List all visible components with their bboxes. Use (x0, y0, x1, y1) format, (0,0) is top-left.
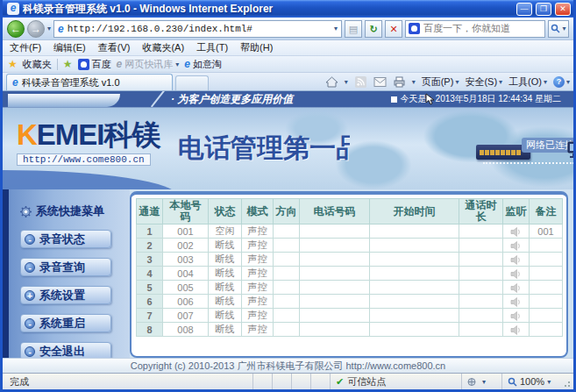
sidebar-item-safe-exit[interactable]: - 安全退出 (20, 342, 111, 358)
monitor-cell[interactable] (503, 267, 530, 281)
table-cell (459, 309, 503, 323)
active-tab[interactable]: e 科镁录音管理系统 v1.0 (6, 74, 173, 90)
table-cell (300, 239, 370, 253)
history-dropdown-icon[interactable]: ▾ (47, 25, 51, 32)
protected-mode-button[interactable]: ▾ (461, 374, 501, 389)
monitor-cell[interactable] (503, 281, 530, 295)
monitor-cell[interactable] (503, 225, 530, 239)
table-cell: 001 (530, 225, 563, 239)
table-cell (530, 267, 563, 281)
table-cell: 声控 (242, 309, 274, 323)
zoom-control[interactable]: 100% ▾ (501, 374, 563, 389)
table-cell (530, 253, 563, 267)
square-bullet (391, 96, 397, 103)
table-cell: 2 (137, 239, 163, 253)
baidu-icon (409, 23, 420, 34)
sidebar-item-recording-status[interactable]: - 录音状态 (20, 230, 111, 248)
channel-row: 8008断线声控 (137, 323, 563, 337)
sidebar-item-recording-query[interactable]: - 录音查询 (20, 258, 111, 276)
print-dropdown-icon[interactable]: ▾ (412, 78, 416, 86)
menu-file[interactable]: 文件(F) (10, 41, 41, 54)
speaker-icon[interactable] (510, 269, 522, 279)
home-dropdown-icon[interactable]: ▾ (345, 78, 348, 86)
window-title: 科镁录音管理系统 v1.0 - Windows Internet Explore… (23, 2, 513, 17)
menu-tools[interactable]: 工具(T) (196, 41, 228, 54)
favorite-link-ruyitao[interactable]: e 如意淘 (184, 58, 222, 71)
printer-icon[interactable] (393, 76, 406, 88)
new-tab-button[interactable] (175, 75, 209, 90)
column-header: 备注 (530, 199, 563, 225)
search-button[interactable]: ▾ (548, 20, 569, 38)
page-menu-button[interactable]: 页面(P)▾ (422, 75, 459, 89)
mail-icon[interactable] (373, 76, 387, 88)
search-input[interactable]: 百度一下，你就知道 (423, 22, 542, 35)
menu-edit[interactable]: 编辑(E) (53, 41, 86, 54)
table-cell: 5 (137, 281, 163, 295)
safety-menu-button[interactable]: 安全(S)▾ (465, 75, 502, 89)
speaker-icon[interactable] (510, 297, 522, 307)
address-dropdown-icon[interactable]: ▾ (334, 25, 338, 32)
stop-button[interactable]: ✕ (385, 20, 402, 38)
speaker-icon[interactable] (510, 283, 522, 293)
logo-cn: 科镁 (104, 118, 160, 151)
table-cell (459, 281, 503, 295)
resize-grip[interactable] (563, 374, 573, 389)
minus-icon: - (25, 346, 35, 357)
search-box[interactable]: 百度一下，你就知道 (405, 20, 545, 38)
maximize-button[interactable]: ❐ (536, 3, 551, 16)
table-cell: 声控 (242, 323, 274, 337)
speaker-icon[interactable] (510, 325, 522, 335)
sidebar-item-system-settings[interactable]: + 系统设置 (20, 286, 111, 304)
table-cell (370, 267, 459, 281)
speaker-icon[interactable] (510, 255, 522, 265)
table-cell (459, 267, 503, 281)
home-icon[interactable] (325, 76, 338, 88)
tools-menu-button[interactable]: 工具(O)▾ (508, 75, 547, 89)
logo-text: EMEI (37, 118, 104, 151)
add-favorites-icon[interactable]: ★ (63, 58, 73, 70)
table-cell (530, 309, 563, 323)
favorite-link-webslice[interactable]: e 网页快讯库 ▾ (117, 58, 180, 71)
monitor-cell[interactable] (503, 309, 530, 323)
logo-url: http://www.come800.cn (17, 153, 151, 166)
url-text[interactable]: http://192.168.0.230/index.html# (68, 24, 331, 34)
channel-row: 1001空闲声控001 (137, 225, 563, 239)
forward-button[interactable]: → (27, 20, 45, 38)
baidu-icon (78, 59, 89, 70)
table-cell (530, 239, 563, 253)
monitor-cell[interactable] (503, 295, 530, 309)
status-bar: 完成 ✔ 可信站点 ▾ 100% ▾ (3, 373, 573, 389)
menu-view[interactable]: 查看(V) (98, 41, 131, 54)
table-cell (459, 323, 503, 337)
table-cell: 005 (163, 281, 209, 295)
monitor-cell[interactable] (503, 253, 530, 267)
sidebar-item-system-restart[interactable]: - 系统重启 (20, 314, 111, 332)
monitor-cell[interactable] (503, 323, 530, 337)
menu-favorites[interactable]: 收藏夹(A) (142, 41, 184, 54)
search-dropdown-icon[interactable]: ▾ (562, 25, 565, 32)
address-field[interactable]: e http://192.168.0.230/index.html# ▾ (53, 20, 342, 38)
minus-icon: - (25, 318, 35, 329)
speaker-icon[interactable] (510, 241, 522, 251)
table-cell: 3 (137, 253, 163, 267)
speaker-icon[interactable] (510, 227, 522, 237)
rss-icon[interactable] (354, 76, 367, 88)
security-zone: ✔ 可信站点 (330, 374, 461, 389)
menu-help[interactable]: 帮助(H) (240, 41, 273, 54)
favorites-button[interactable]: 收藏夹 (23, 58, 52, 71)
tab-bar: e 科镁录音管理系统 v1.0 ▾ ▾ 页面(P)▾ 安全(S)▾ 工具(O)▾… (3, 73, 573, 91)
close-button[interactable]: ✕ (555, 3, 571, 16)
help-menu-button[interactable]: ?▾ (553, 76, 570, 88)
table-cell (370, 239, 459, 253)
table-cell: 声控 (242, 267, 274, 281)
back-button[interactable]: ← (7, 20, 25, 38)
minimize-button[interactable]: — (516, 3, 532, 16)
channel-row: 5005断线声控 (137, 281, 563, 295)
favorite-link-baidu[interactable]: 百度 (78, 58, 111, 71)
monitor-cell[interactable] (503, 239, 530, 253)
table-cell (274, 295, 300, 309)
compatibility-view-button[interactable]: ▤ (345, 20, 362, 38)
refresh-button[interactable]: ↻ (365, 20, 382, 38)
table-cell (530, 295, 563, 309)
speaker-icon[interactable] (510, 311, 522, 321)
